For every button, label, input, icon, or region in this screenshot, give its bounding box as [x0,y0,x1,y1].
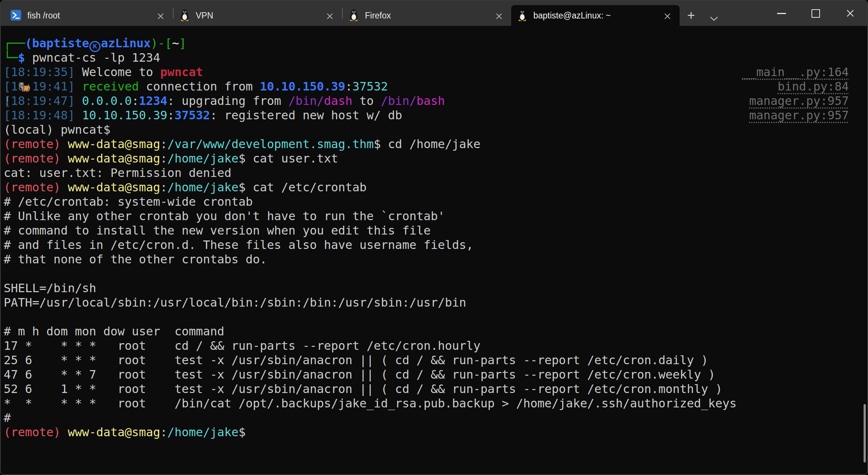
terminal-text: azLinux [101,36,151,50]
terminal-text: : [160,137,167,151]
terminal-line: (local) pwncat$ [4,123,867,137]
terminal-line: [18:19:47] 0.0.0.0:1234: upgrading from … [4,94,867,108]
terminal-text: (remote) [4,180,61,194]
window-controls [764,1,867,26]
terminal-text [75,79,82,93]
terminal-text [61,180,68,194]
tab-bar: fish /root VPN Firefox [4,1,680,26]
terminal-text [75,108,82,122]
terminal-text: www-data@smag [68,180,160,194]
tab-title: fish /root [27,11,148,21]
terminal-text: [18:19:48] [4,108,75,122]
powershell-icon [10,10,21,21]
linux-tux-icon [180,9,190,22]
terminal-text: 37532 [174,108,210,122]
terminal-text: received [82,79,139,93]
titlebar[interactable]: fish /root VPN Firefox [1,1,867,26]
terminal-text: www-data@smag [68,137,160,151]
terminal-text: SHELL=/bin/sh [4,281,96,295]
terminal-text: pwncat-cs -lp 1234 [25,51,160,65]
minimize-button[interactable] [764,1,799,26]
terminal-text: (remote) [4,425,61,439]
close-button[interactable] [833,1,867,26]
tab-close-button[interactable] [154,9,167,22]
terminal-text: 0.0.0.0 [82,94,132,108]
maximize-button[interactable] [799,1,833,26]
terminal-line: [18:19:35] Welcome to pwncat !__main__.p… [4,65,867,79]
terminal-text: $ cat /etc/crontab [239,180,367,194]
terminal-text: 37532 [352,79,388,93]
minimize-icon [777,13,786,14]
tab-fish-root[interactable]: fish /root [4,5,173,26]
tab-baptiste-azlinux[interactable]: baptiste@azLinux: ~ [511,5,680,26]
terminal-text: : upgrading from [167,94,288,108]
plus-icon: + [687,8,695,23]
terminal-text: : [160,180,167,194]
terminal-text: dash [324,94,352,108]
terminal-line: (remote) www-data@smag:/home/jake$ [4,425,867,440]
terminal-text: cat: user.txt: Permission denied [4,166,232,180]
log-source-ref: __main__.py:164 [742,65,849,79]
terminal-line: # Unlike any other crontab you don't hav… [4,209,867,223]
terminal-text: www-data@smag [68,151,160,165]
tab-title: Firefox [365,11,487,21]
log-source-ref: manager.py:957 [749,108,849,123]
terminal-text: $ [18,51,25,65]
terminal-text: to [352,94,381,108]
terminal-text: /bin/ [381,94,416,108]
new-tab-button[interactable]: + [680,5,703,26]
terminal-text: # /etc/crontab: system-wide crontab [4,195,253,209]
terminal-line: [18:19:41] received connection from 10.1… [4,79,867,94]
tab-firefox[interactable]: Firefox [343,5,511,26]
terminal-line [4,267,867,281]
terminal-line: cat: user.txt: Permission denied [4,166,867,180]
terminal-text: (remote) [4,151,61,165]
terminal-text [61,137,68,151]
terminal-text: Welcome to [75,65,160,79]
linux-tux-icon [349,9,359,22]
terminal-text: # Unlike any other crontab you don't hav… [4,209,445,223]
terminal-text [203,65,210,79]
terminal-text: /bin/ [288,94,324,108]
terminal-text: * * * * * root /bin/cat /opt/.backups/ja… [4,396,737,410]
tab-close-button[interactable] [661,9,674,22]
terminal-line: * * * * * root /bin/cat /opt/.backups/ja… [4,396,867,411]
terminal-text: )-[ [151,36,172,50]
terminal-text: /home/jake [167,180,239,194]
terminal-line: 17 * * * * root cd / && run-parts --repo… [4,339,867,353]
tab-vpn[interactable]: VPN [174,5,342,26]
terminal-text: # m h dom mon dow user command [4,324,224,338]
terminal-line: # command to install the new version whe… [4,223,867,238]
tab-close-button[interactable] [324,9,336,22]
terminal-line: SHELL=/bin/sh [4,281,867,295]
terminal-text: bash [416,94,445,108]
tab-dropdown-button[interactable] [703,5,725,26]
terminal-text: 47 6 * * 7 root test -x /usr/sbin/anacro… [4,368,715,382]
terminal-text: connection from [139,79,260,93]
terminal-text: └─ [4,51,18,65]
close-icon [326,11,334,21]
terminal-text: # and files in /etc/cron.d. These files … [4,238,474,252]
terminal-text: 17 * * * * root cd / && run-parts --repo… [4,339,481,353]
terminal-text: 10.10.150.39 [82,108,167,122]
terminal-line [4,310,867,324]
terminal-line: 25 6 * * * root test -x /usr/sbin/anacro… [4,353,867,368]
terminal-text: : [160,425,167,439]
terminal-output[interactable]: ┌──(baptisteKazLinux)-[~]└─$ pwncat-cs -… [1,26,867,474]
terminal-line: (remote) www-data@smag:/home/jake$ cat u… [4,151,867,166]
terminal-text: $ [239,425,246,439]
tab-title: baptiste@azLinux: ~ [533,11,655,21]
tab-close-button[interactable] [493,9,505,22]
terminal-line: └─$ pwncat-cs -lp 1234 [4,51,867,65]
scrollbar-thumb[interactable] [864,404,866,462]
terminal-text: # that none of the other crontabs do. [4,252,267,266]
chevron-down-icon [710,8,718,23]
log-source-ref: bind.py:84 [778,79,849,94]
terminal-text: : [167,108,174,122]
terminal-text: ~ [172,36,179,50]
terminal-text: (local) pwncat$ [4,123,110,137]
terminal-text: [18:19:47] [4,94,75,108]
terminal-text [61,425,68,439]
terminal-line: ┌──(baptisteKazLinux)-[~] [4,36,867,51]
terminal-text: (remote) [4,137,61,151]
